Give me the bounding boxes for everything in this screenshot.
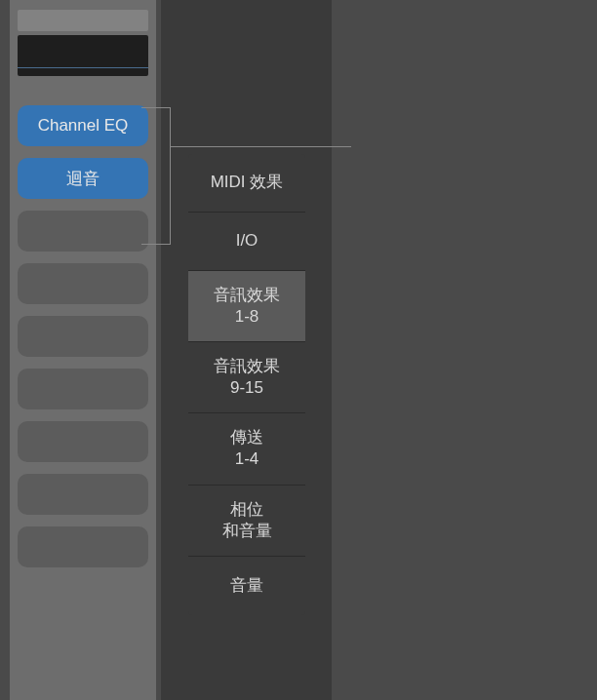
insert-slot-channel-eq[interactable]: Channel EQ: [18, 105, 148, 146]
menu-item-label: I/O: [236, 230, 259, 252]
channel-strip: Channel EQ 迴音: [10, 0, 156, 700]
insert-slot-empty[interactable]: [18, 421, 148, 462]
menu-item-label: 相位和音量: [222, 499, 272, 542]
menu-item-sends-1-4[interactable]: 傳送1-4: [188, 413, 305, 485]
menu-item-phase-volume[interactable]: 相位和音量: [188, 486, 305, 557]
view-popup-menu: MIDI 效果 I/O 音訊效果1-8 音訊效果9-15 傳送1-4 相位和音量…: [188, 154, 305, 615]
menu-item-audio-fx-1-8[interactable]: 音訊效果1-8: [188, 271, 305, 342]
slot-label: Channel EQ: [38, 116, 129, 136]
menu-item-label: MIDI 效果: [211, 172, 284, 193]
insert-slot-empty[interactable]: [18, 474, 148, 515]
menu-item-label: 音訊效果1-8: [214, 285, 280, 328]
menu-item-audio-fx-9-15[interactable]: 音訊效果9-15: [188, 342, 305, 413]
insert-slot-empty[interactable]: [18, 316, 148, 357]
slot-label: 迴音: [66, 168, 100, 190]
insert-slot-empty[interactable]: [18, 369, 148, 409]
menu-item-volume[interactable]: 音量: [188, 557, 305, 615]
menu-item-midi-fx[interactable]: MIDI 效果: [188, 154, 305, 213]
eq-thumbnail[interactable]: [18, 10, 148, 31]
menu-item-label: 傳送1-4: [230, 427, 263, 470]
insert-slot-empty[interactable]: [18, 263, 148, 304]
menu-item-label: 音量: [230, 575, 263, 597]
insert-slot-echo[interactable]: 迴音: [18, 158, 148, 199]
insert-slot-empty[interactable]: [18, 211, 148, 252]
menu-item-io[interactable]: I/O: [188, 213, 305, 271]
menu-item-label: 音訊效果9-15: [214, 356, 280, 399]
insert-slot-empty[interactable]: [18, 526, 148, 567]
waveform-display[interactable]: [18, 35, 148, 76]
